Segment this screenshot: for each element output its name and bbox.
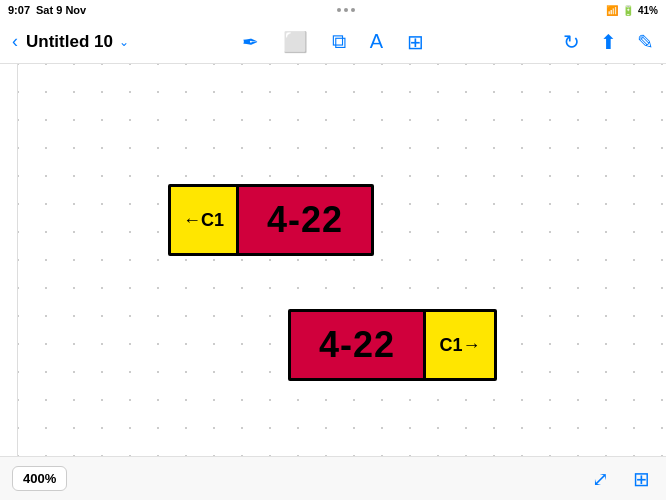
status-bar-right: 📶 🔋 41%	[606, 5, 658, 16]
grid-icon[interactable]: ⊞	[629, 463, 654, 495]
bottom-right-icons: ⤢ ⊞	[588, 463, 654, 495]
chevron-down-icon[interactable]: ⌄	[119, 35, 129, 49]
status-bar-left: 9:07 Sat 9 Nov	[8, 4, 86, 16]
zoom-badge[interactable]: 400%	[12, 466, 67, 491]
sign-group-1[interactable]: ←C1 4-22	[168, 184, 374, 256]
battery-icon: 📶	[606, 5, 618, 16]
document-title[interactable]: Untitled 10	[26, 32, 113, 52]
sign-group-2[interactable]: 4-22 C1→	[288, 309, 497, 381]
canvas-paper[interactable]: ←C1 4-22 4-22 C1→	[18, 64, 666, 500]
sign2-main-label: 4-22	[291, 312, 426, 378]
battery-percentage: 41%	[638, 5, 658, 16]
status-bar: 9:07 Sat 9 Nov 📶 🔋 41%	[0, 0, 666, 20]
sign-c1-left-label: ←C1	[171, 187, 239, 253]
sign-c1-right-label: C1→	[426, 312, 494, 378]
pen-tool-icon[interactable]: ✒	[238, 26, 263, 58]
share-icon[interactable]: ⬆	[596, 26, 621, 58]
sign1-prefix: ←C1	[183, 210, 224, 231]
object-select-icon[interactable]: ⤢	[588, 463, 613, 495]
toolbar-left: ‹ Untitled 10 ⌄	[8, 27, 219, 56]
bottom-bar: 400% ⤢ ⊞	[0, 456, 666, 500]
back-button[interactable]: ‹	[8, 27, 22, 56]
day-date: Sat 9 Nov	[36, 4, 86, 16]
image-icon[interactable]: ⊞	[403, 26, 428, 58]
toolbar: ‹ Untitled 10 ⌄ ✒ ⬜ ⧉ A ⊞ ↻ ⬆ ✎	[0, 20, 666, 64]
time: 9:07	[8, 4, 30, 16]
left-ruler	[0, 64, 18, 500]
sign1-main-label: 4-22	[239, 187, 371, 253]
text-icon[interactable]: A	[366, 26, 387, 57]
toolbar-center: ✒ ⬜ ⧉ A ⊞	[227, 26, 438, 58]
shapes-icon[interactable]: ⬜	[279, 26, 312, 58]
sign2-suffix: C1→	[440, 335, 481, 356]
canvas-area: ←C1 4-22 4-22 C1→	[0, 64, 666, 500]
copy-icon[interactable]: ⧉	[328, 26, 350, 57]
toolbar-right: ↻ ⬆ ✎	[447, 26, 658, 58]
wifi-icon: 🔋	[622, 5, 634, 16]
edit-icon[interactable]: ✎	[633, 26, 658, 58]
three-dots	[337, 8, 355, 12]
refresh-icon[interactable]: ↻	[559, 26, 584, 58]
